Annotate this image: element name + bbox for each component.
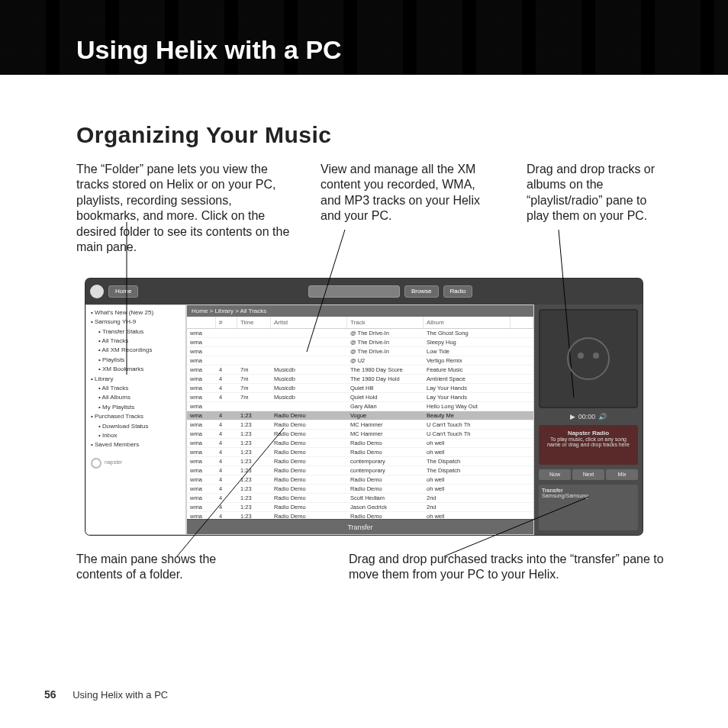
- table-row[interactable]: wma41:23Radio DemoScott Hedlam2nd: [187, 494, 533, 503]
- folder-item[interactable]: • Inbox: [91, 431, 181, 440]
- transfer-pane-label: Transfer: [542, 488, 635, 493]
- table-row[interactable]: wma41:23Radio DemoVogueBeauty Me: [187, 411, 533, 420]
- table-row[interactable]: wma41:23Radio DemoRadio Demooh well: [187, 512, 533, 519]
- folder-pane[interactable]: • What's New (New 25)• Samsung YH-9• Tra…: [85, 304, 186, 535]
- folder-item[interactable]: • Download Status: [91, 422, 181, 431]
- chapter-title: Using Helix with a PC: [76, 35, 342, 65]
- now-playing-panel: Napster Radio To play music, click on an…: [539, 425, 638, 465]
- table-row[interactable]: wma41:23Radio DemoRadio Demooh well: [187, 448, 533, 457]
- callout-folder-pane: The “Folder” pane lets you view the trac…: [76, 162, 298, 256]
- col-extra[interactable]: [511, 317, 533, 328]
- folder-item[interactable]: • Playlists: [91, 356, 181, 365]
- folder-item[interactable]: • My Playlists: [91, 403, 181, 412]
- column-headers[interactable]: # Time Artist Track Album: [187, 317, 533, 329]
- breadcrumb[interactable]: Home > Library > All Tracks: [187, 305, 533, 317]
- table-row[interactable]: wma41:23Radio DemocontemporaryThe Dispat…: [187, 466, 533, 475]
- now-playing-title: Napster Radio: [543, 430, 633, 436]
- folder-item[interactable]: • Purchased Tracks: [91, 412, 181, 421]
- table-row[interactable]: wma41:23Radio DemoJason Gedrick2nd: [187, 503, 533, 512]
- table-row[interactable]: wma41:23Radio DemoRadio Demooh well: [187, 439, 533, 448]
- page-number: 56: [44, 688, 56, 701]
- nav-browse-button[interactable]: Browse: [404, 285, 439, 298]
- tab-now[interactable]: Now: [539, 469, 571, 480]
- player-tabs[interactable]: Now Next Mix: [539, 469, 638, 480]
- bottom-callouts: The main pane shows the contents of a fo…: [76, 552, 667, 583]
- folder-item[interactable]: • All Tracks: [91, 384, 181, 393]
- callout-drag-playlist: Drag and drop tracks or albums on the “p…: [527, 162, 667, 256]
- table-row[interactable]: wma@ U2Vertigo Remix: [187, 356, 533, 366]
- folder-item[interactable]: • What's New (New 25): [91, 308, 181, 317]
- table-row[interactable]: wma41:23Radio DemoRadio Demooh well: [187, 485, 533, 494]
- transfer-bar[interactable]: Transfer: [187, 519, 533, 534]
- table-row[interactable]: wma47mMusicdbThe 1980 Day HoldAmbient Sp…: [187, 375, 533, 384]
- table-row[interactable]: wma@ The Drive-InSleepy Hog: [187, 338, 533, 347]
- time-display: 00:00: [578, 413, 596, 420]
- table-row[interactable]: wma47mMusicdbThe 1980 Day ScoreFeature M…: [187, 366, 533, 375]
- nav-home-button[interactable]: Home: [108, 285, 138, 298]
- callout-transfer-pane: Drag and drop purchased tracks into the …: [349, 552, 667, 583]
- table-row[interactable]: wma41:23Radio DemoMC HammerU Can't Touch…: [187, 420, 533, 430]
- nav-radio-button[interactable]: Radio: [443, 285, 473, 298]
- col-artist[interactable]: Artist: [271, 317, 347, 328]
- now-playing-hint: To play music, click on any song name or…: [543, 436, 633, 447]
- folder-item[interactable]: • All Tracks: [91, 337, 181, 346]
- section-title: Organizing Your Music: [76, 122, 728, 148]
- table-row[interactable]: wma47mMusicdbQuiet HoldLay Your Hands: [187, 393, 533, 402]
- table-row[interactable]: wma41:23Radio DemoMC HammerU Can't Touch…: [187, 430, 533, 439]
- tab-next[interactable]: Next: [572, 469, 604, 480]
- volume-icon[interactable]: 🔊: [598, 413, 607, 420]
- player-controls[interactable]: ▶ 00:00 🔊: [539, 413, 638, 420]
- top-callouts: The “Folder” pane lets you view the trac…: [76, 162, 667, 256]
- transfer-pane[interactable]: Transfer Samsung/Samsung: [539, 485, 638, 530]
- app-titlebar: Home Browse Radio: [85, 279, 643, 304]
- col-time[interactable]: Time: [237, 317, 271, 328]
- col-num[interactable]: #: [216, 317, 237, 328]
- folder-item[interactable]: • XM Bookmarks: [91, 365, 181, 374]
- folder-item[interactable]: • Saved Members: [91, 440, 181, 449]
- folder-item[interactable]: • Transfer Status: [91, 327, 181, 337]
- page-footer: 56 Using Helix with a PC: [44, 688, 168, 701]
- search-input[interactable]: [308, 285, 400, 298]
- napster-logo-icon: napster: [91, 458, 181, 469]
- table-row[interactable]: wma47mMusicdbQuiet HillLay Your Hands: [187, 384, 533, 393]
- tab-mix[interactable]: Mix: [606, 469, 638, 480]
- transfer-pane-item[interactable]: Samsung/Samsung: [542, 493, 635, 498]
- main-pane: Home > Library > All Tracks # Time Artis…: [186, 304, 534, 535]
- playlist-radio-pane: ▶ 00:00 🔊 Napster Radio To play music, c…: [534, 304, 643, 535]
- table-row[interactable]: wma41:23Radio DemocontemporaryThe Dispat…: [187, 457, 533, 466]
- table-row[interactable]: wmaGary AllanHello Long Way Out: [187, 402, 533, 411]
- album-art-placeholder: [539, 309, 638, 408]
- table-row[interactable]: wma@ The Drive-InThe Ghost Song: [187, 329, 533, 338]
- napster-face-icon: [567, 337, 610, 380]
- callout-main-pane: The main pane shows the contents of a fo…: [76, 552, 227, 583]
- col-type[interactable]: [187, 317, 216, 328]
- callout-view-manage: View and manage all the XM content you r…: [321, 162, 481, 256]
- col-album[interactable]: Album: [424, 317, 511, 328]
- folder-item[interactable]: • All XM Recordings: [91, 346, 181, 355]
- table-row[interactable]: wma41:23Radio DemoRadio Demooh well: [187, 475, 533, 485]
- folder-item[interactable]: • All Albums: [91, 393, 181, 402]
- col-track[interactable]: Track: [347, 317, 424, 328]
- app-window: Home Browse Radio • What's New (New 25)•…: [85, 279, 643, 535]
- folder-item[interactable]: • Samsung YH-9: [91, 317, 181, 327]
- table-row[interactable]: wma@ The Drive-InLow Tide: [187, 347, 533, 356]
- header-band: Using Helix with a PC: [0, 0, 728, 75]
- screenshot-figure: Home Browse Radio • What's New (New 25)•…: [85, 279, 643, 535]
- play-icon[interactable]: ▶: [570, 413, 575, 420]
- app-logo-icon: [90, 285, 104, 298]
- track-list[interactable]: wma@ The Drive-InThe Ghost Songwma@ The …: [187, 329, 533, 519]
- running-title: Using Helix with a PC: [72, 689, 168, 701]
- folder-item[interactable]: • Library: [91, 375, 181, 384]
